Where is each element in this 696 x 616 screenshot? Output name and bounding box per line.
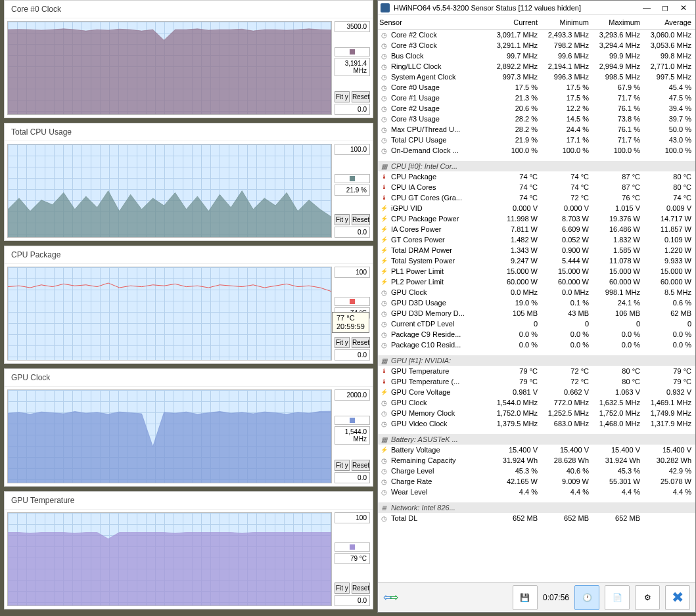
val-min: 0.000 V [538,204,589,212]
sensor-row[interactable]: Bus Clock 99.7 MHz 99.6 MHz 99.9 MHz 99.… [378,51,695,61]
sensor-row[interactable]: Max CPU/Thread U... 28.2 % 24.4 % 76.1 %… [378,124,695,135]
sensor-list[interactable]: Core #2 Clock 3,091.7 MHz 2,493.3 MHz 3,… [378,30,695,582]
logging-button[interactable]: 💾 [513,585,538,610]
sensor-row[interactable]: On-Demand Clock ... 100.0 % 100.0 % 100.… [378,145,695,156]
col-sensor[interactable]: Sensor [379,18,486,26]
minimize-button[interactable]: — [638,1,656,14]
val-max: 998.5 MHz [589,73,640,81]
val-max: 73.8 % [589,115,640,123]
val-min: 72 °C [538,194,589,202]
sensor-row[interactable]: CPU Package Power 11.998 W 8.703 W 19.37… [378,213,695,224]
fit-y-button[interactable]: Fit y [335,460,350,471]
val-max: 76.1 % [589,125,640,133]
val-avg: 79 °C [640,378,691,385]
col-minimum[interactable]: Minimum [538,18,589,26]
settings-button[interactable]: ⚙ [635,585,660,610]
sensor-row[interactable]: GPU Temperature (... 79 °C 72 °C 80 °C 7… [378,376,695,387]
reset-button[interactable]: Reset [352,337,370,348]
sensor-row[interactable]: Charge Level 45.3 % 40.6 % 45.3 % 42.9 % [378,466,695,476]
sensor-row[interactable]: Total System Power 9.247 W 5.444 W 11.07… [378,255,695,266]
reset-button[interactable]: Reset [352,91,370,102]
sensor-name: On-Demand Clock ... [391,146,486,154]
sensor-row[interactable]: iGPU VID 0.000 V 0.000 V 1.015 V 0.009 V [378,203,695,213]
column-headers[interactable]: Sensor Current Minimum Maximum Average [378,15,695,30]
col-average[interactable]: Average [640,18,691,26]
chart-plot[interactable] [7,267,332,361]
clock-button[interactable]: 🕐 [574,585,599,610]
sensor-row[interactable]: GPU Clock 0.0 MHz 0.0 MHz 998.1 MHz 8.5 … [378,287,695,297]
col-maximum[interactable]: Maximum [589,18,640,26]
sensor-row[interactable]: GPU Temperature 79 °C 72 °C 80 °C 79 °C [378,366,695,376]
chart-4[interactable]: GPU Temperature 100 79 °C Fit y Reset [4,491,373,609]
val-avg: 2,771.0 MHz [640,62,691,70]
clock-icon [379,514,388,523]
sensor-row[interactable]: Total DL 652 MB 652 MB 652 MB [378,513,695,523]
chart-plot[interactable] [7,389,332,483]
sensor-row[interactable]: IA Cores Power 7.811 W 6.609 W 16.486 W … [378,224,695,234]
sensor-group[interactable]: GPU [#1]: NVIDIA: [378,355,695,366]
val-avg: 9.933 W [640,257,691,265]
sensor-row[interactable]: Core #3 Usage 28.2 % 14.5 % 73.8 % 39.7 … [378,114,695,124]
tooltip-time: 20:59:59 [336,322,365,331]
reset-button[interactable]: Reset [352,583,370,594]
sensor-row[interactable]: Total CPU Usage 21.9 % 17.1 % 71.7 % 43.… [378,135,695,145]
sensor-name: GPU D3D Memory D... [391,309,486,317]
val-max: 1.585 W [589,246,640,254]
sensor-group[interactable]: Network: Intel 826... [378,502,695,513]
val-min: 0.052 W [538,236,589,244]
sensor-row[interactable]: Ring/LLC Clock 2,892.2 MHz 2,194.1 MHz 2… [378,61,695,72]
sensor-group[interactable]: Battery: ASUSTeK ... [378,434,695,445]
col-current[interactable]: Current [486,18,538,26]
chart-3[interactable]: GPU Clock 2000.0 1,544.0 MHz Fit y Reset [4,368,373,487]
sensor-row[interactable]: Core #2 Clock 3,091.7 MHz 2,493.3 MHz 3,… [378,30,695,40]
sensor-row[interactable]: GPU Video Clock 1,379.5 MHz 683.0 MHz 1,… [378,418,695,429]
fit-y-button[interactable]: Fit y [335,214,350,225]
reset-button[interactable]: Reset [352,460,370,471]
sensor-row[interactable]: PL2 Power Limit 60.000 W 60.000 W 60.000… [378,276,695,287]
sensor-row[interactable]: GPU Core Voltage 0.981 V 0.662 V 1.063 V… [378,387,695,397]
sensor-row[interactable]: Charge Rate 42.165 W 9.009 W 55.301 W 25… [378,476,695,487]
sensor-row[interactable]: CPU GT Cores (Gra... 74 °C 72 °C 76 °C 7… [378,192,695,203]
titlebar[interactable]: HWiNFO64 v5.54-3200 Sensor Status [112 v… [378,1,695,15]
sensor-row[interactable]: GPU D3D Usage 19.0 % 0.1 % 24.1 % 0.6 % [378,297,695,308]
chart-plot[interactable] [7,512,332,606]
sensor-row[interactable]: Battery Voltage 15.400 V 15.400 V 15.400… [378,445,695,455]
sensor-row[interactable]: Core #0 Usage 17.5 % 17.5 % 67.9 % 45.4 … [378,82,695,93]
sensor-row[interactable]: Package C10 Resid... 0.0 % 0.0 % 0.0 % 0… [378,340,695,350]
chart-1[interactable]: Total CPU Usage 100.0 21.9 % Fit y Reset [4,123,373,241]
sensor-row[interactable]: CPU Package 74 °C 74 °C 87 °C 80 °C [378,171,695,182]
reset-button[interactable]: Reset [352,214,370,225]
sensor-row[interactable]: GPU Clock 1,544.0 MHz 772.0 MHz 1,632.5 … [378,397,695,408]
close-button[interactable]: ✕ [674,1,693,14]
sensor-row[interactable]: System Agent Clock 997.3 MHz 996.3 MHz 9… [378,72,695,82]
sensor-row[interactable]: PL1 Power Limit 15.000 W 15.000 W 15.000… [378,266,695,276]
sensor-row[interactable]: Wear Level 4.4 % 4.4 % 4.4 % 4.4 % [378,487,695,497]
sensor-row[interactable]: GPU Memory Clock 1,752.0 MHz 1,252.5 MHz… [378,408,695,418]
sensor-row[interactable]: Current cTDP Level 0 0 0 0 [378,319,695,329]
fit-y-button[interactable]: Fit y [335,583,350,594]
sensor-row[interactable]: CPU IA Cores 74 °C 74 °C 87 °C 80 °C [378,182,695,192]
sensor-row[interactable]: GPU D3D Memory D... 105 MB 43 MB 106 MB … [378,308,695,319]
val-avg: 74 °C [640,194,691,202]
nav-arrows-icon[interactable]: ⇦⇨ [383,591,396,604]
close-status-button[interactable]: ✖ [665,585,690,610]
val-avg: 25.078 W [640,477,691,485]
chart-plot[interactable] [7,144,332,238]
chart-0[interactable]: Core #0 Clock 3500.0 3,191.4 MHz Fit y R… [4,0,373,118]
chart-plot[interactable] [7,21,332,115]
clock-icon [379,83,388,92]
chart-2[interactable]: CPU Package 100 74 °C Fit y Reset 0. [4,246,373,364]
sensor-row[interactable]: Package C9 Reside... 0.0 % 0.0 % 0.0 % 0… [378,329,695,340]
maximize-button[interactable]: ◻ [656,1,674,14]
report-button[interactable]: 📄 [605,585,630,610]
sensor-row[interactable]: Core #1 Usage 21.3 % 17.5 % 71.7 % 47.5 … [378,93,695,103]
fit-y-button[interactable]: Fit y [335,337,350,348]
fit-y-button[interactable]: Fit y [335,91,350,102]
sensor-row[interactable]: GT Cores Power 1.482 W 0.052 W 1.832 W 0… [378,234,695,245]
sensor-row[interactable]: Core #3 Clock 3,291.1 MHz 798.2 MHz 3,29… [378,40,695,51]
sensor-row[interactable]: Total DRAM Power 1.343 W 0.900 W 1.585 W… [378,245,695,255]
sensor-group[interactable]: CPU [#0]: Intel Cor... [378,161,695,171]
val-max: 76 °C [589,194,640,202]
sensor-row[interactable]: Core #2 Usage 20.6 % 12.2 % 76.1 % 39.4 … [378,103,695,114]
sensor-row[interactable]: Remaining Capacity 31.924 Wh 28.628 Wh 3… [378,455,695,466]
